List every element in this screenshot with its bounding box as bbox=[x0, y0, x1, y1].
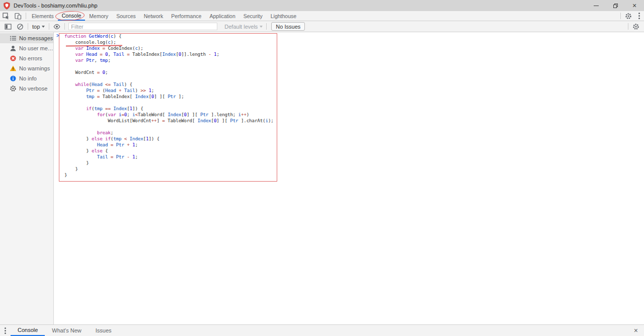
title-bar: DevTools - boshiamy.com/hliu.php × bbox=[0, 0, 644, 11]
javascript-context-selector[interactable]: top bbox=[30, 24, 47, 30]
sidebar-item-user-messages[interactable]: No user me… bbox=[0, 43, 53, 53]
drawer-tab-issues[interactable]: Issues bbox=[89, 325, 119, 336]
issues-badge[interactable]: No Issues bbox=[271, 22, 305, 31]
sidebar-item-warnings[interactable]: No warnings bbox=[0, 63, 53, 73]
console-toolbar: top Default levels No Issues bbox=[0, 21, 644, 32]
panel-tab-bar: Elements Console Memory Sources Network … bbox=[0, 11, 644, 21]
drawer-tab-whats-new[interactable]: What's New bbox=[45, 325, 88, 336]
separator bbox=[49, 23, 49, 30]
log-levels-dropdown[interactable]: Default levels bbox=[222, 24, 265, 30]
separator bbox=[266, 23, 267, 30]
drawer-close-icon[interactable]: × bbox=[634, 328, 638, 333]
separator bbox=[64, 23, 65, 30]
messages-list-icon bbox=[10, 35, 17, 42]
sidebar-item-errors[interactable]: No errors bbox=[0, 53, 53, 63]
tab-console[interactable]: Console bbox=[58, 11, 86, 21]
drawer-tab-console[interactable]: Console bbox=[11, 325, 45, 336]
console-prompt-chevron: > bbox=[56, 33, 59, 38]
chevron-down-icon bbox=[260, 26, 263, 28]
separator bbox=[26, 13, 26, 19]
live-expression-eye-icon[interactable] bbox=[51, 23, 63, 30]
drawer-tab-bar: Console What's New Issues × bbox=[0, 324, 644, 336]
main-menu-kebab-icon[interactable] bbox=[634, 11, 644, 21]
console-code[interactable]: function GetWord(c) { console.log(c); va… bbox=[64, 33, 274, 178]
separator bbox=[28, 23, 28, 30]
console-settings-gear-icon[interactable] bbox=[630, 23, 642, 30]
tab-application[interactable]: Application bbox=[205, 11, 239, 21]
sidebar-item-info[interactable]: No info bbox=[0, 73, 53, 83]
sidebar-item-messages[interactable]: No messages bbox=[0, 33, 53, 43]
drawer-menu-kebab-icon[interactable] bbox=[0, 325, 11, 336]
console-message-area[interactable]: > function GetWord(c) { console.log(c); … bbox=[54, 32, 644, 324]
console-sidebar: No messages No user me… No errors bbox=[0, 32, 54, 324]
clear-console-icon[interactable] bbox=[14, 23, 26, 30]
verbose-icon bbox=[10, 85, 17, 92]
error-icon bbox=[10, 55, 17, 62]
restore-button[interactable] bbox=[606, 0, 625, 11]
minimize-button[interactable] bbox=[587, 0, 606, 11]
info-icon bbox=[10, 75, 17, 82]
tab-sources[interactable]: Sources bbox=[112, 11, 140, 21]
device-toolbar-icon[interactable] bbox=[12, 11, 24, 21]
settings-gear-icon[interactable] bbox=[622, 11, 634, 21]
tab-network[interactable]: Network bbox=[140, 11, 168, 21]
warning-icon bbox=[10, 65, 17, 72]
console-sidebar-toggle-icon[interactable] bbox=[2, 23, 14, 30]
window-title: DevTools - boshiamy.com/hliu.php bbox=[14, 3, 587, 9]
tab-security[interactable]: Security bbox=[239, 11, 267, 21]
tab-performance[interactable]: Performance bbox=[167, 11, 205, 21]
tab-elements[interactable]: Elements bbox=[28, 11, 58, 21]
devtools-window: DevTools - boshiamy.com/hliu.php × Eleme… bbox=[0, 0, 644, 336]
close-button[interactable]: × bbox=[625, 0, 644, 11]
separator bbox=[620, 13, 621, 19]
inspect-element-icon[interactable] bbox=[0, 11, 12, 21]
chevron-down-icon bbox=[42, 26, 45, 28]
app-shield-icon bbox=[4, 2, 10, 10]
filter-input[interactable] bbox=[68, 23, 217, 30]
sidebar-item-verbose[interactable]: No verbose bbox=[0, 83, 53, 94]
tab-memory[interactable]: Memory bbox=[85, 11, 112, 21]
tab-lighthouse[interactable]: Lighthouse bbox=[267, 11, 300, 21]
user-icon bbox=[10, 45, 17, 52]
separator bbox=[628, 23, 628, 30]
